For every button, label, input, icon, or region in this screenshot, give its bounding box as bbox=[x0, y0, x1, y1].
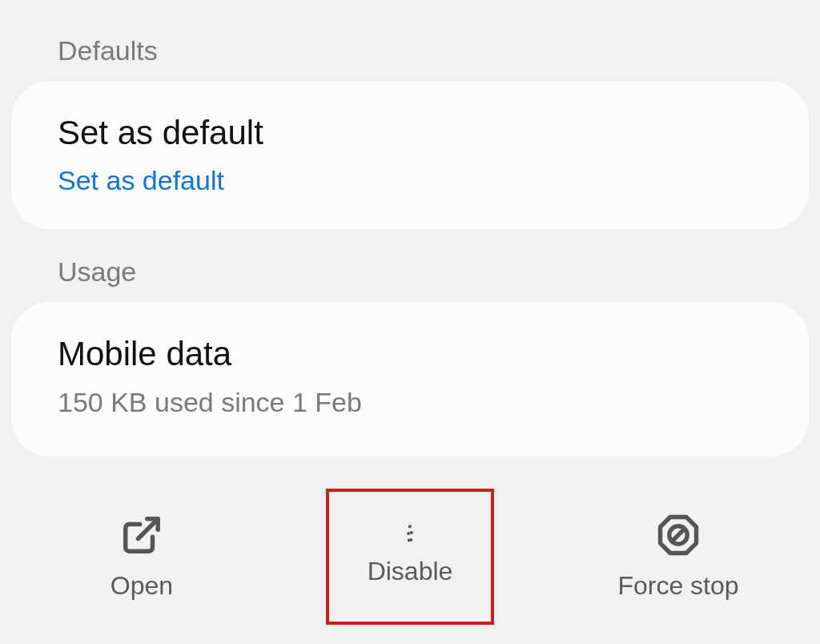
open-label: Open bbox=[111, 571, 173, 601]
set-as-default-link[interactable]: Set as default bbox=[58, 164, 762, 197]
defaults-section-header: Defaults bbox=[0, 35, 820, 66]
disable-button[interactable]: Disable bbox=[326, 489, 494, 625]
mobile-data-row[interactable]: Mobile data 150 KB used since 1 Feb bbox=[11, 302, 809, 457]
usage-section-header: Usage bbox=[0, 256, 820, 288]
force-stop-label: Force stop bbox=[617, 571, 738, 601]
force-stop-button[interactable]: Force stop bbox=[594, 489, 762, 625]
open-button[interactable]: Open bbox=[58, 489, 226, 625]
disable-label: Disable bbox=[368, 557, 453, 586]
mobile-data-subtitle: 150 KB used since 1 Feb bbox=[58, 386, 762, 419]
app-settings-screen: Defaults Set as default Set as default U… bbox=[0, 0, 820, 644]
disable-icon bbox=[407, 528, 413, 542]
bottom-action-bar: Open Disable Force stop bbox=[0, 484, 820, 644]
set-as-default-title: Set as default bbox=[58, 113, 762, 153]
open-icon bbox=[120, 513, 163, 557]
svg-line-0 bbox=[139, 518, 159, 538]
mobile-data-title: Mobile data bbox=[58, 334, 762, 374]
set-as-default-row[interactable]: Set as default Set as default bbox=[11, 81, 809, 229]
svg-line-3 bbox=[672, 529, 685, 541]
force-stop-icon bbox=[657, 513, 700, 557]
